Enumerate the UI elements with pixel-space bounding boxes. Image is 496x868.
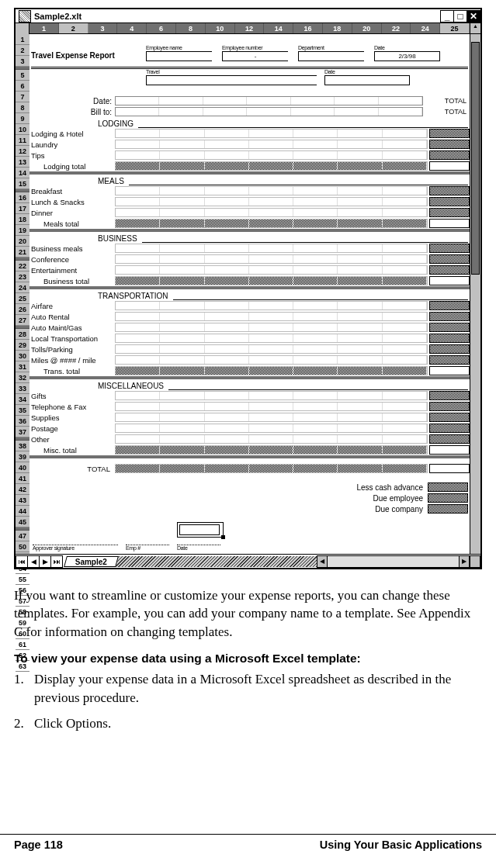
expense-cells[interactable] xyxy=(115,355,428,365)
row-header[interactable]: 31 xyxy=(16,361,29,372)
row-header[interactable]: 14 xyxy=(16,168,29,178)
row-header[interactable]: 38 xyxy=(16,441,29,451)
row-header[interactable]: 7 xyxy=(16,92,29,102)
expense-cells[interactable] xyxy=(115,312,428,321)
row-header[interactable]: 3 xyxy=(16,56,29,67)
expense-cells[interactable] xyxy=(115,434,428,444)
billto-row[interactable] xyxy=(115,107,423,116)
row-header[interactable]: 30 xyxy=(16,351,29,361)
row-header[interactable]: 9 xyxy=(16,113,29,124)
embedded-image-object[interactable] xyxy=(177,522,224,538)
row-header[interactable]: 16 xyxy=(16,192,29,203)
row-header[interactable]: 15 xyxy=(16,178,29,189)
row-header[interactable]: 27 xyxy=(16,315,29,326)
row-header[interactable]: 45 xyxy=(16,517,29,527)
resize-grip[interactable] xyxy=(470,555,480,568)
row-header[interactable]: 18 xyxy=(16,214,29,225)
field-input[interactable]: - xyxy=(222,51,288,61)
field-input[interactable] xyxy=(146,75,317,85)
maximize-button[interactable]: □ xyxy=(453,10,467,22)
hscroll-left-button[interactable]: ◀ xyxy=(317,555,328,568)
row-header[interactable]: 24 xyxy=(16,282,29,293)
row-header[interactable]: 50 xyxy=(16,541,29,552)
row-header[interactable]: 47 xyxy=(16,531,29,541)
row-header[interactable]: 25 xyxy=(16,293,29,304)
row-header[interactable]: 13 xyxy=(16,157,29,168)
row-header[interactable]: 55 xyxy=(16,574,29,585)
expense-cells[interactable] xyxy=(115,424,428,433)
close-button[interactable]: ✕ xyxy=(467,10,480,22)
col-header[interactable]: 12 xyxy=(235,23,265,33)
field-input[interactable] xyxy=(146,51,212,61)
row-header[interactable]: 34 xyxy=(16,394,29,405)
expense-cells[interactable] xyxy=(115,323,428,332)
col-header[interactable]: 24 xyxy=(411,23,440,33)
tab-prev-button[interactable]: ◀ xyxy=(27,555,40,568)
col-header[interactable]: 8 xyxy=(176,23,206,33)
col-header[interactable]: 6 xyxy=(147,23,176,33)
vertical-scrollbar[interactable] xyxy=(470,34,480,554)
row-header[interactable]: 32 xyxy=(16,372,29,383)
hscroll-right-button[interactable]: ▶ xyxy=(459,555,470,568)
spreadsheet-canvas[interactable]: Travel Expense ReportEmployee nameEmploy… xyxy=(29,34,470,554)
expense-cells[interactable] xyxy=(115,244,428,253)
row-header[interactable]: 12 xyxy=(16,146,29,157)
row-header[interactable]: 10 xyxy=(16,124,29,135)
row-header[interactable]: 40 xyxy=(16,462,29,473)
row-header[interactable]: 1 xyxy=(16,34,29,45)
row-header[interactable]: 42 xyxy=(16,484,29,495)
col-header[interactable]: 1 xyxy=(29,23,59,33)
expense-cells[interactable] xyxy=(115,391,428,400)
row-header[interactable]: 2 xyxy=(16,45,29,56)
scroll-up-arrow[interactable]: ▲ xyxy=(470,23,480,33)
col-header[interactable]: 22 xyxy=(382,23,411,33)
col-header[interactable]: 16 xyxy=(293,23,323,33)
row-header[interactable]: 28 xyxy=(16,329,29,340)
expense-cells[interactable] xyxy=(115,265,428,275)
col-header[interactable]: 3 xyxy=(88,23,118,33)
resize-handle-icon[interactable] xyxy=(221,535,225,539)
col-header[interactable]: 25 xyxy=(440,23,470,33)
expense-cells[interactable] xyxy=(115,344,428,354)
expense-cells[interactable] xyxy=(115,208,428,217)
row-header[interactable]: 37 xyxy=(16,427,29,437)
row-header[interactable]: 23 xyxy=(16,271,29,282)
col-header[interactable]: 4 xyxy=(117,23,147,33)
expense-cells[interactable] xyxy=(115,197,428,206)
row-header[interactable]: 35 xyxy=(16,405,29,416)
expense-cells[interactable] xyxy=(115,413,428,422)
col-header[interactable]: 20 xyxy=(352,23,382,33)
expense-cells[interactable] xyxy=(115,254,428,264)
row-header[interactable]: 22 xyxy=(16,261,29,271)
expense-cells[interactable] xyxy=(115,186,428,195)
expense-cells[interactable] xyxy=(115,334,428,343)
field-input[interactable]: 2/3/98 xyxy=(374,51,440,61)
field-input[interactable] xyxy=(324,75,410,85)
col-header[interactable]: 18 xyxy=(323,23,352,33)
row-header[interactable]: 43 xyxy=(16,495,29,506)
expense-cells[interactable] xyxy=(115,402,428,411)
row-header[interactable]: 6 xyxy=(16,81,29,92)
minimize-button[interactable]: _ xyxy=(440,10,454,22)
row-header[interactable]: 26 xyxy=(16,304,29,315)
row-header[interactable]: 21 xyxy=(16,247,29,258)
date-row[interactable] xyxy=(115,96,423,105)
expense-cells[interactable] xyxy=(115,140,428,149)
expense-cells[interactable] xyxy=(115,129,428,138)
row-header[interactable]: 41 xyxy=(16,473,29,484)
row-header[interactable]: 44 xyxy=(16,506,29,517)
field-input[interactable] xyxy=(298,51,364,61)
row-header[interactable]: 36 xyxy=(16,416,29,427)
expense-cells[interactable] xyxy=(115,301,428,310)
horizontal-scrollbar[interactable] xyxy=(328,555,460,568)
row-header[interactable]: 33 xyxy=(16,383,29,394)
row-header[interactable]: 39 xyxy=(16,451,29,462)
tab-next-button[interactable]: ▶ xyxy=(39,555,51,568)
row-header[interactable]: 20 xyxy=(16,236,29,247)
col-header[interactable]: 10 xyxy=(206,23,235,33)
expense-cells[interactable] xyxy=(115,150,428,160)
col-header[interactable]: 14 xyxy=(264,23,293,33)
tab-last-button[interactable]: ⏭ xyxy=(50,555,63,568)
col-header[interactable]: 2 xyxy=(59,23,88,33)
tab-first-button[interactable]: ⏮ xyxy=(16,555,28,568)
